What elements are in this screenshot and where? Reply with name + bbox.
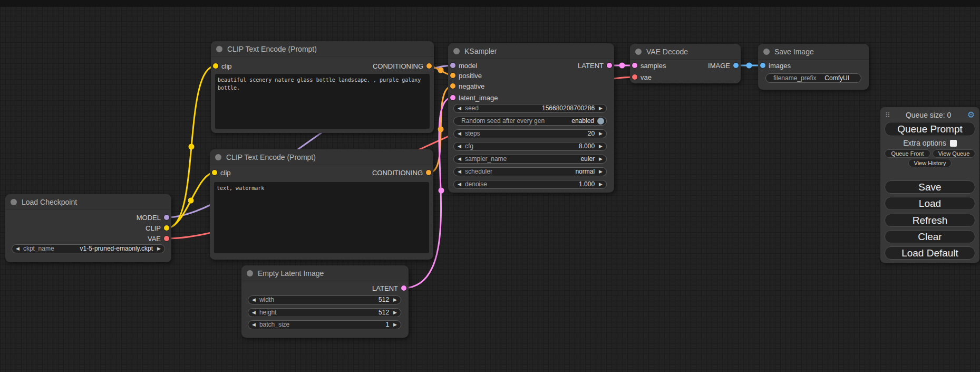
- node-collapse-dot[interactable]: [763, 49, 770, 55]
- view-queue-button[interactable]: View Queue: [933, 149, 975, 158]
- node-collapse-dot[interactable]: [453, 48, 460, 54]
- node-title-bar[interactable]: VAE Decode: [630, 44, 741, 60]
- view-history-button[interactable]: View History: [908, 159, 952, 167]
- slot-label-vae-input: vae: [641, 73, 652, 81]
- slot-dot-latent-image[interactable]: [450, 95, 455, 100]
- node-save-image[interactable]: Save Image images filename_prefix ComfyU…: [758, 44, 869, 90]
- decrement-arrow-icon[interactable]: ◀: [458, 129, 461, 138]
- slot-dot-vae[interactable]: [164, 236, 169, 241]
- decrement-arrow-icon[interactable]: ◀: [458, 180, 461, 189]
- increment-arrow-icon[interactable]: ▶: [599, 180, 603, 189]
- node-title-bar[interactable]: KSampler: [448, 43, 614, 59]
- node-collapse-dot[interactable]: [11, 199, 17, 205]
- settings-gear-icon[interactable]: ⚙: [967, 111, 975, 119]
- node-clip-text-encode-negative[interactable]: CLIP Text Encode (Prompt) clip CONDITION…: [210, 149, 433, 260]
- slot-label-vae: VAE: [148, 235, 161, 243]
- decrement-arrow-icon[interactable]: ◀: [252, 295, 256, 304]
- widget-denoise[interactable]: ◀ denoise 1.000 ▶: [453, 180, 607, 189]
- widget-value: 8.000: [579, 142, 595, 151]
- slot-dot-image[interactable]: [733, 63, 739, 68]
- widget-width[interactable]: ◀ width 512 ▶: [248, 295, 401, 304]
- input-slot-row-negative: negative: [448, 81, 614, 91]
- slot-dot-latent-output[interactable]: [607, 63, 612, 68]
- increment-arrow-icon[interactable]: ▶: [599, 129, 603, 138]
- increment-arrow-icon[interactable]: ▶: [157, 244, 161, 253]
- increment-arrow-icon[interactable]: ▶: [393, 320, 397, 329]
- slot-dot-model[interactable]: [164, 215, 169, 220]
- node-load-checkpoint[interactable]: Load Checkpoint MODEL CLIP VAE ◀ ckpt_na…: [5, 194, 171, 262]
- node-title-bar[interactable]: CLIP Text Encode (Prompt): [211, 41, 434, 57]
- slot-dot-positive[interactable]: [450, 73, 455, 78]
- slot-dot-vae-input[interactable]: [632, 74, 637, 80]
- node-empty-latent-image[interactable]: Empty Latent Image LATENT ◀ width 512 ▶ …: [241, 265, 409, 338]
- decrement-arrow-icon[interactable]: ◀: [252, 320, 256, 329]
- slot-row-samples-image: samples IMAGE: [630, 60, 741, 71]
- queue-prompt-button[interactable]: Queue Prompt: [885, 122, 975, 136]
- node-title-bar[interactable]: Load Checkpoint: [5, 194, 171, 210]
- increment-arrow-icon[interactable]: ▶: [599, 167, 603, 176]
- node-vae-decode[interactable]: VAE Decode samples IMAGE vae: [630, 44, 741, 83]
- widget-sampler-name[interactable]: ◀ sampler_name euler ▶: [453, 155, 607, 164]
- toggle-dot[interactable]: [597, 118, 604, 125]
- slot-row-clip-conditioning: clip CONDITIONING: [211, 61, 434, 71]
- widget-steps[interactable]: ◀ steps 20 ▶: [453, 129, 607, 138]
- decrement-arrow-icon[interactable]: ◀: [16, 244, 20, 253]
- node-title-bar[interactable]: CLIP Text Encode (Prompt): [210, 149, 433, 165]
- slot-dot-clip-input[interactable]: [213, 63, 218, 69]
- node-clip-text-encode-positive[interactable]: CLIP Text Encode (Prompt) clip CONDITION…: [211, 41, 434, 133]
- node-collapse-dot[interactable]: [216, 46, 222, 52]
- node-graph-canvas[interactable]: Load Checkpoint MODEL CLIP VAE ◀ ckpt_na…: [0, 0, 980, 372]
- widget-random-seed-toggle[interactable]: Random seed after every gen enabled: [453, 117, 607, 126]
- refresh-button[interactable]: Refresh: [885, 214, 975, 227]
- widget-batch-size[interactable]: ◀ batch_size 1 ▶: [248, 320, 401, 329]
- increment-arrow-icon[interactable]: ▶: [393, 308, 397, 317]
- increment-arrow-icon[interactable]: ▶: [393, 295, 397, 304]
- node-title: Save Image: [774, 47, 814, 56]
- decrement-arrow-icon[interactable]: ◀: [458, 104, 461, 113]
- load-default-button[interactable]: Load Default: [885, 246, 975, 260]
- slot-dot-samples[interactable]: [632, 63, 637, 68]
- widget-scheduler[interactable]: ◀ scheduler normal ▶: [453, 167, 607, 176]
- widget-seed[interactable]: ◀ seed 156680208700286 ▶: [453, 104, 607, 113]
- load-button[interactable]: Load: [885, 197, 975, 210]
- slot-dot-latent[interactable]: [401, 285, 406, 291]
- node-title-bar[interactable]: Save Image: [758, 44, 869, 60]
- clear-button[interactable]: Clear: [885, 230, 975, 243]
- decrement-arrow-icon[interactable]: ◀: [458, 167, 461, 176]
- slot-dot-conditioning[interactable]: [426, 63, 432, 69]
- slot-dot-clip-input[interactable]: [212, 170, 217, 175]
- prompt-textarea[interactable]: beautiful scenery nature glass bottle la…: [215, 74, 430, 129]
- slot-dot-conditioning[interactable]: [426, 170, 431, 175]
- decrement-arrow-icon[interactable]: ◀: [252, 308, 256, 317]
- node-ksampler[interactable]: KSampler model LATENT positive negative: [448, 43, 614, 193]
- increment-arrow-icon[interactable]: ▶: [599, 142, 603, 151]
- slot-dot-images[interactable]: [760, 63, 765, 68]
- prompt-textarea[interactable]: text, watermark: [214, 182, 429, 253]
- extra-options-row: Extra options: [880, 138, 979, 148]
- slot-dot-negative[interactable]: [450, 83, 455, 89]
- widget-height[interactable]: ◀ height 512 ▶: [248, 308, 401, 317]
- decrement-arrow-icon[interactable]: ◀: [458, 155, 461, 164]
- slot-label-samples: samples: [641, 62, 666, 70]
- slot-label-clip: CLIP: [145, 224, 161, 232]
- node-title-bar[interactable]: Empty Latent Image: [241, 265, 409, 281]
- save-button[interactable]: Save: [885, 180, 975, 194]
- decrement-arrow-icon[interactable]: ◀: [458, 142, 461, 151]
- slot-label-conditioning: CONDITIONING: [373, 62, 423, 70]
- node-collapse-dot[interactable]: [215, 154, 221, 160]
- queue-front-button[interactable]: Queue Front: [885, 149, 930, 158]
- slot-dot-model-input[interactable]: [450, 63, 455, 68]
- widget-ckpt-name[interactable]: ◀ ckpt_name v1-5-pruned-emaonly.ckpt ▶: [12, 244, 165, 253]
- node-title: Load Checkpoint: [22, 198, 77, 206]
- widget-label: Random seed after every gen: [461, 117, 545, 126]
- node-collapse-dot[interactable]: [635, 49, 642, 55]
- extra-options-checkbox[interactable]: [950, 140, 957, 147]
- increment-arrow-icon[interactable]: ▶: [599, 104, 603, 113]
- increment-arrow-icon[interactable]: ▶: [599, 155, 603, 164]
- node-collapse-dot[interactable]: [247, 270, 253, 276]
- slot-dot-clip[interactable]: [164, 225, 169, 231]
- widget-filename-prefix[interactable]: filename_prefix ComfyUI: [765, 73, 861, 83]
- input-slot-row-positive: positive: [448, 70, 614, 81]
- drag-handle-icon[interactable]: ⠿: [885, 111, 890, 119]
- widget-cfg[interactable]: ◀ cfg 8.000 ▶: [453, 142, 607, 151]
